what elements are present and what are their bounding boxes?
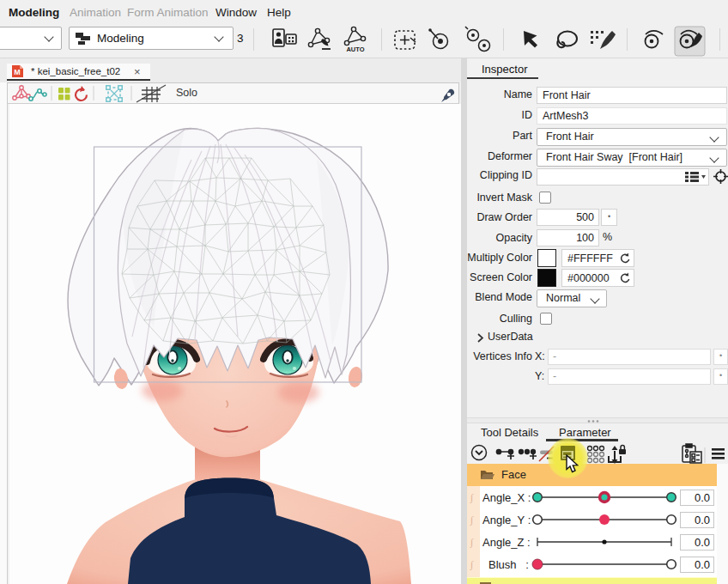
svg-text:∫: ∫ xyxy=(470,559,474,570)
svg-text:AUTO: AUTO xyxy=(346,46,364,53)
svg-text:∫: ∫ xyxy=(470,492,474,503)
svg-text:∫: ∫ xyxy=(470,514,474,526)
svg-text:∫: ∫ xyxy=(470,537,474,548)
svg-text:M: M xyxy=(14,68,21,76)
